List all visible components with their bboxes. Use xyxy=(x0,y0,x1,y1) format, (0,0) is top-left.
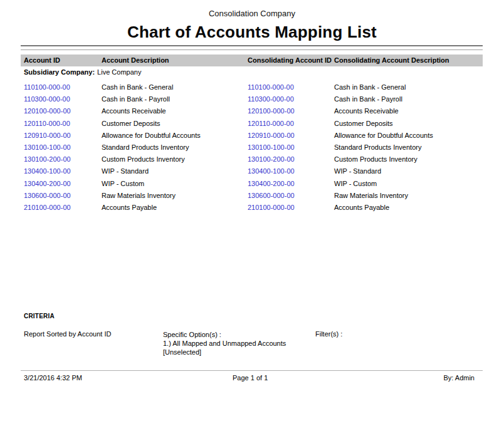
account-id-link[interactable]: 110300-000-00 xyxy=(24,95,70,103)
consolidating-account-description: Cash in Bank - General xyxy=(334,83,406,91)
consolidating-account-id-link[interactable]: 110100-000-00 xyxy=(248,83,294,91)
account-description: Allowance for Doubtful Accounts xyxy=(102,132,201,139)
company-name: Consolidation Company xyxy=(0,9,504,18)
consolidating-account-id-link[interactable]: 210100-000-00 xyxy=(248,204,295,211)
table-row: 130400-200-00WIP - Custom130400-200-00WI… xyxy=(21,177,483,189)
account-id-link[interactable]: 120910-000-00 xyxy=(24,132,71,139)
account-id-link[interactable]: 210100-000-00 xyxy=(24,204,71,211)
account-id-link[interactable]: 120110-000-00 xyxy=(24,120,70,127)
account-description: Raw Materials Inventory xyxy=(102,192,176,199)
table-header-row: Account ID Account Description Consolida… xyxy=(21,55,483,66)
table-body: 110100-000-00Cash in Bank - General11010… xyxy=(21,81,483,213)
footer-page-number: Page 1 of 1 xyxy=(233,374,268,382)
criteria-heading: CRITERIA xyxy=(24,313,55,320)
table-row: 110100-000-00Cash in Bank - General11010… xyxy=(21,81,483,93)
consolidating-account-id-link[interactable]: 120910-000-00 xyxy=(248,132,295,139)
account-description: Cash in Bank - General xyxy=(102,83,173,91)
consolidating-account-id-link[interactable]: 120110-000-00 xyxy=(248,120,294,127)
subsidiary-company-value: Live Company xyxy=(97,68,141,76)
table-row: 120910-000-00Allowance for Doubtful Acco… xyxy=(21,129,483,141)
consolidating-account-id-link[interactable]: 130100-200-00 xyxy=(248,155,295,163)
consolidating-account-id-link[interactable]: 120100-000-00 xyxy=(248,107,295,115)
consolidating-account-description: Cash in Bank - Payroll xyxy=(334,95,402,103)
account-description: Standard Products Inventory xyxy=(102,143,189,151)
consolidating-account-description: Custom Products Inventory xyxy=(334,155,417,163)
title-divider xyxy=(21,45,483,50)
criteria-option-line: 1.) All Mapped and Unmapped Accounts xyxy=(163,339,286,348)
account-description: Accounts Receivable xyxy=(102,107,166,115)
table-row: 110300-000-00Cash in Bank - Payroll11030… xyxy=(21,93,483,105)
account-description: Cash in Bank - Payroll xyxy=(102,95,170,103)
consolidating-account-description: Allowance for Doubtful Accounts xyxy=(334,132,433,139)
consolidating-account-description: Accounts Receivable xyxy=(334,107,399,115)
consolidating-account-id-link[interactable]: 130100-100-00 xyxy=(248,143,295,151)
column-header-account-id: Account ID xyxy=(24,56,60,64)
account-description: WIP - Standard xyxy=(102,167,149,175)
criteria-filters-label: Filter(s) : xyxy=(315,330,342,338)
consolidating-account-id-link[interactable]: 110300-000-00 xyxy=(248,95,294,103)
account-id-link[interactable]: 110100-000-00 xyxy=(24,83,70,91)
subsidiary-company-label: Subsidiary Company: xyxy=(24,68,95,76)
table-row: 130600-000-00Raw Materials Inventory1306… xyxy=(21,189,483,201)
consolidating-account-description: Standard Products Inventory xyxy=(334,143,421,151)
account-id-link[interactable]: 130100-200-00 xyxy=(24,155,71,163)
consolidating-account-description: Raw Materials Inventory xyxy=(334,192,408,199)
table-row: 130100-100-00Standard Products Inventory… xyxy=(21,141,483,153)
account-description: Custom Products Inventory xyxy=(102,155,185,163)
criteria-sort-text: Report Sorted by Account ID xyxy=(24,330,111,338)
consolidating-account-id-link[interactable]: 130600-000-00 xyxy=(248,192,295,199)
table-row: 210100-000-00Accounts Payable210100-000-… xyxy=(21,201,483,213)
account-id-link[interactable]: 130400-200-00 xyxy=(24,180,71,187)
table-row: 130100-200-00Custom Products Inventory13… xyxy=(21,153,483,165)
consolidating-account-description: Accounts Payable xyxy=(334,204,389,211)
footer-user: By: Admin xyxy=(443,374,475,382)
column-header-consolidating-account-id: Consolidating Account ID xyxy=(248,56,332,64)
column-header-consolidating-account-description: Consolidating Account Description xyxy=(334,56,449,64)
footer-datetime: 3/21/2016 4:32 PM xyxy=(24,374,82,382)
report-page: Consolidation Company Chart of Accounts … xyxy=(0,0,504,421)
consolidating-account-id-link[interactable]: 130400-200-00 xyxy=(248,180,295,187)
consolidating-account-id-link[interactable]: 130400-100-00 xyxy=(248,167,295,175)
criteria-option-line: [Unselected] xyxy=(163,348,286,356)
column-header-account-description: Account Description xyxy=(102,56,169,64)
consolidating-account-description: WIP - Standard xyxy=(334,167,381,175)
account-description: Customer Deposits xyxy=(102,120,160,127)
footer-divider xyxy=(21,370,483,371)
account-id-link[interactable]: 130400-100-00 xyxy=(24,167,71,175)
criteria-options-label: Specific Option(s) : xyxy=(163,330,286,339)
account-id-link[interactable]: 130600-000-00 xyxy=(24,192,71,199)
account-description: WIP - Custom xyxy=(102,180,144,187)
report-title: Chart of Accounts Mapping List xyxy=(0,23,504,42)
table-row: 120110-000-00Customer Deposits120110-000… xyxy=(21,117,483,129)
consolidating-account-description: Customer Deposits xyxy=(334,120,393,127)
table-row: 120100-000-00Accounts Receivable120100-0… xyxy=(21,105,483,117)
account-id-link[interactable]: 130100-100-00 xyxy=(24,143,71,151)
consolidating-account-description: WIP - Custom xyxy=(334,180,377,187)
account-description: Accounts Payable xyxy=(102,204,157,211)
criteria-options: Specific Option(s) : 1.) All Mapped and … xyxy=(163,330,286,356)
subsidiary-company-row: Subsidiary Company:Live Company xyxy=(24,68,141,76)
table-row: 130400-100-00WIP - Standard130400-100-00… xyxy=(21,165,483,177)
account-id-link[interactable]: 120100-000-00 xyxy=(24,107,71,115)
